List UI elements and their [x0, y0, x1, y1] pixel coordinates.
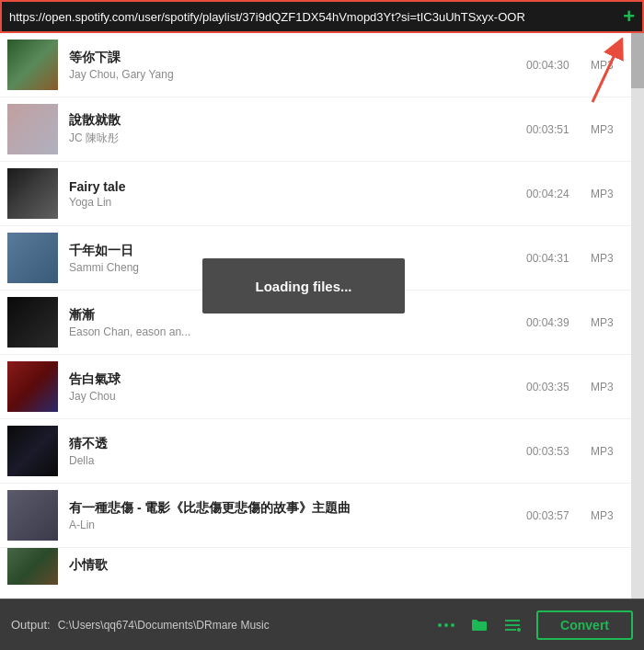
- url-bar: +: [0, 0, 644, 33]
- song-duration: 00:03:57: [526, 509, 591, 522]
- song-duration: 00:04:31: [526, 252, 591, 265]
- song-format: MP3: [591, 252, 637, 265]
- song-list: 等你下課 Jay Chou, Gary Yang 00:04:30 MP3 說散…: [0, 33, 644, 599]
- song-format: MP3: [591, 188, 637, 200]
- svg-point-3: [444, 623, 448, 627]
- song-artist: Yoga Lin: [69, 196, 526, 209]
- svg-point-8: [517, 628, 521, 632]
- song-thumbnail: [7, 104, 58, 154]
- song-artist: Jay Chou, Gary Yang: [69, 68, 526, 81]
- list-settings-icon: [503, 616, 522, 634]
- loading-overlay: Loading files...: [202, 258, 405, 314]
- song-duration: 00:03:53: [526, 445, 591, 458]
- song-artist: Della: [69, 454, 526, 467]
- song-duration: 00:04:30: [526, 59, 591, 72]
- song-title: 有一種悲傷 - 電影《比悲傷更悲傷的故事》主題曲: [69, 500, 526, 517]
- song-title: Fairy tale: [69, 179, 526, 194]
- song-artist: A-Lin: [69, 519, 526, 531]
- song-item[interactable]: 有一種悲傷 - 電影《比悲傷更悲傷的故事》主題曲 A-Lin 00:03:57 …: [0, 484, 644, 548]
- song-title: 告白氣球: [69, 371, 526, 388]
- song-format: MP3: [591, 381, 637, 393]
- more-dots-icon: [437, 616, 455, 634]
- song-info: 有一種悲傷 - 電影《比悲傷更悲傷的故事》主題曲 A-Lin: [69, 500, 526, 531]
- song-thumbnail: [7, 40, 58, 90]
- song-item[interactable]: 小情歌: [0, 548, 644, 585]
- song-item[interactable]: Fairy tale Yoga Lin 00:04:24 MP3: [0, 162, 644, 226]
- scrollbar[interactable]: [631, 33, 644, 599]
- scrollbar-thumb[interactable]: [631, 33, 644, 88]
- song-title: 千年如一日: [69, 243, 526, 259]
- song-title: 小情歌: [69, 557, 526, 574]
- song-title: 說散就散: [69, 112, 526, 129]
- song-info: 等你下課 Jay Chou, Gary Yang: [69, 50, 526, 81]
- settings-button[interactable]: [500, 612, 525, 638]
- output-path: C:\Users\qq674\Documents\DRmare Music: [58, 619, 426, 632]
- song-thumbnail: [7, 361, 58, 412]
- song-thumbnail: [7, 168, 58, 219]
- song-format: MP3: [591, 59, 637, 72]
- song-item[interactable]: 猜不透 Della 00:03:53 MP3: [0, 419, 644, 484]
- more-options-button[interactable]: [433, 612, 459, 638]
- song-thumbnail: [7, 297, 58, 348]
- song-info: 說散就散 JC 陳咏彤: [69, 112, 526, 146]
- folder-button[interactable]: [466, 612, 492, 638]
- song-title: 猜不透: [69, 436, 526, 452]
- output-label: Output:: [11, 618, 51, 632]
- loading-text: Loading files...: [255, 279, 351, 294]
- song-item[interactable]: 說散就散 JC 陳咏彤 00:03:51 MP3: [0, 97, 644, 162]
- song-duration: 00:04:24: [526, 188, 591, 200]
- folder-icon: [470, 616, 489, 634]
- song-title: 等你下課: [69, 50, 526, 66]
- svg-point-2: [438, 623, 442, 627]
- song-info: 猜不透 Della: [69, 436, 526, 467]
- song-info: 小情歌: [69, 557, 526, 576]
- song-format: MP3: [591, 445, 637, 458]
- song-duration: 00:03:35: [526, 381, 591, 393]
- song-thumbnail: [7, 426, 58, 476]
- song-thumbnail: [7, 233, 58, 283]
- song-format: MP3: [591, 123, 637, 136]
- song-info: 告白氣球 Jay Chou: [69, 371, 526, 403]
- song-format: MP3: [591, 509, 637, 522]
- song-duration: 00:03:51: [526, 123, 591, 136]
- url-input[interactable]: [9, 10, 615, 24]
- convert-button[interactable]: Convert: [536, 610, 633, 640]
- song-artist: JC 陳咏彤: [69, 131, 526, 146]
- song-item[interactable]: 告白氣球 Jay Chou 00:03:35 MP3: [0, 355, 644, 419]
- svg-point-4: [451, 623, 454, 627]
- song-item[interactable]: 等你下課 Jay Chou, Gary Yang 00:04:30 MP3: [0, 33, 644, 97]
- song-duration: 00:04:39: [526, 316, 591, 329]
- song-artist: Eason Chan, eason an...: [69, 325, 526, 338]
- song-thumbnail: [7, 548, 58, 585]
- bottom-icons: [433, 612, 525, 638]
- bottom-bar: Output: C:\Users\qq674\Documents\DRmare …: [0, 599, 644, 650]
- song-thumbnail: [7, 490, 58, 541]
- song-artist: Jay Chou: [69, 390, 526, 403]
- song-info: Fairy tale Yoga Lin: [69, 179, 526, 209]
- song-format: MP3: [591, 316, 637, 329]
- add-url-button[interactable]: +: [623, 5, 635, 29]
